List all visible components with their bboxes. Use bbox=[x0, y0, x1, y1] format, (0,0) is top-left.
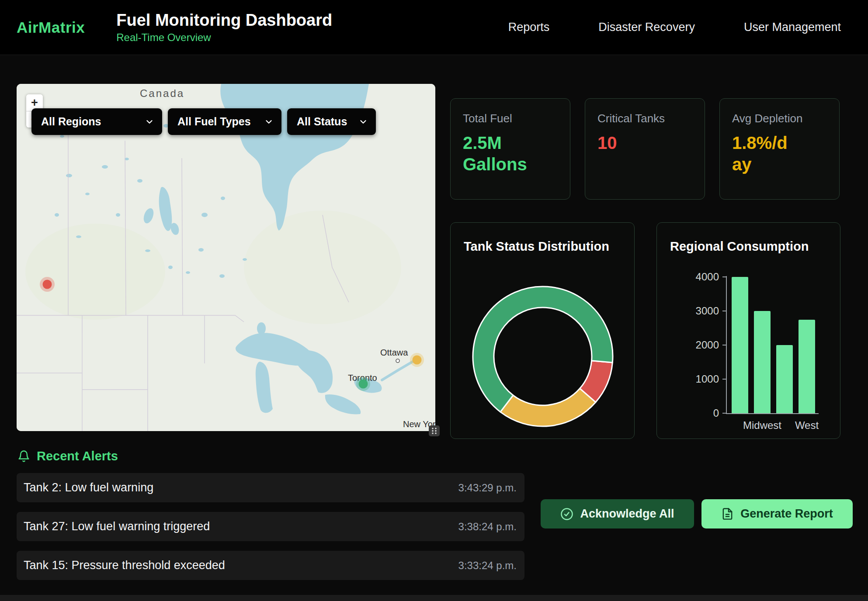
alert-message: Tank 27: Low fuel warning triggered bbox=[24, 520, 210, 533]
generate-report-button[interactable]: Generate Report bbox=[701, 499, 853, 528]
bottom-strip bbox=[0, 595, 868, 601]
stat-label: Avg Depletion bbox=[732, 112, 827, 125]
y-tick-mark bbox=[722, 345, 726, 345]
map-canvas[interactable]: Canada Ottawa Toronto New York + − bbox=[17, 84, 435, 431]
bell-icon bbox=[17, 450, 30, 463]
check-circle-icon bbox=[560, 508, 573, 521]
generate-report-label: Generate Report bbox=[740, 507, 833, 521]
region-filter-value: All Regions bbox=[41, 115, 101, 128]
y-tick-mark bbox=[722, 276, 726, 277]
y-tick-label: 0 bbox=[657, 407, 719, 419]
top-header: AirMatrix Fuel Monitoring Dashboard Real… bbox=[0, 0, 868, 55]
resize-grip-icon[interactable] bbox=[429, 425, 440, 436]
page-title: Fuel Monitoring Dashboard bbox=[116, 11, 332, 30]
y-tick-label: 1000 bbox=[657, 373, 719, 385]
status-filter-value: All Status bbox=[297, 115, 347, 128]
stat-value: 1.8%/day bbox=[732, 132, 788, 175]
stat-label: Critical Tanks bbox=[597, 112, 692, 125]
stat-label: Total Fuel bbox=[463, 112, 558, 125]
bar-2 bbox=[776, 345, 793, 413]
stat-value: 2.5M Gallons bbox=[463, 132, 558, 175]
bar-3 bbox=[799, 320, 815, 414]
fuel-type-filter-value: All Fuel Types bbox=[177, 115, 251, 128]
stat-card-avg-depletion: Avg Depletion 1.8%/day bbox=[719, 98, 840, 200]
tank-marker-normal[interactable] bbox=[356, 377, 370, 391]
alert-time: 3:33:24 p.m. bbox=[458, 560, 517, 572]
region-filter-select[interactable]: All Regions bbox=[31, 108, 162, 135]
tank-status-donut-chart bbox=[469, 282, 617, 431]
map-graphic: Canada Ottawa Toronto New York bbox=[17, 84, 435, 431]
alert-time: 3:43:29 p.m. bbox=[458, 482, 517, 494]
map-filter-bar: All Regions All Fuel Types All Status bbox=[31, 108, 376, 135]
donut-segment-warning bbox=[500, 388, 596, 426]
chevron-down-icon bbox=[264, 117, 274, 127]
tank-status-card: Tank Status Distribution bbox=[450, 222, 635, 439]
alert-message: Tank 15: Pressure threshold exceeded bbox=[24, 559, 225, 572]
regional-bar-chart: MidwestWest01000200030004000 bbox=[657, 223, 841, 439]
bar-xlabel-3: West bbox=[776, 419, 837, 432]
main-nav: Reports Disaster Recovery User Managemen… bbox=[508, 21, 868, 34]
brand-logo[interactable]: AirMatrix bbox=[17, 19, 85, 36]
chevron-down-icon bbox=[358, 117, 368, 127]
y-tick-mark bbox=[722, 379, 726, 380]
alert-time: 3:38:24 p.m. bbox=[458, 521, 517, 533]
title-block: Fuel Monitoring Dashboard Real-Time Over… bbox=[116, 11, 332, 44]
nav-user-management[interactable]: User Management bbox=[744, 21, 841, 34]
fuel-type-filter-select[interactable]: All Fuel Types bbox=[168, 108, 281, 135]
file-text-icon bbox=[721, 508, 734, 520]
tank-marker-warning[interactable] bbox=[410, 353, 424, 367]
status-filter-select[interactable]: All Status bbox=[287, 108, 376, 135]
y-tick-mark bbox=[722, 311, 726, 311]
alert-message: Tank 2: Low fuel warning bbox=[24, 481, 153, 494]
stat-card-critical-tanks: Critical Tanks 10 bbox=[585, 98, 705, 200]
x-axis-line bbox=[726, 413, 819, 414]
acknowledge-all-button[interactable]: Acknowledge All bbox=[541, 499, 694, 528]
regional-consumption-card: Regional Consumption MidwestWest01000200… bbox=[656, 222, 840, 439]
alerts-header: Recent Alerts bbox=[17, 449, 118, 463]
page-subtitle: Real-Time Overview bbox=[116, 31, 332, 44]
stat-value: 10 bbox=[597, 132, 692, 154]
y-tick-label: 3000 bbox=[657, 305, 719, 317]
chevron-down-icon bbox=[145, 117, 154, 127]
stat-card-total-fuel: Total Fuel 2.5M Gallons bbox=[450, 98, 570, 200]
map-label-canada: Canada bbox=[140, 87, 184, 99]
bar-1 bbox=[754, 311, 771, 413]
alert-row[interactable]: Tank 2: Low fuel warning 3:43:29 p.m. bbox=[17, 473, 524, 502]
y-tick-label: 4000 bbox=[657, 271, 719, 283]
bar-0 bbox=[732, 277, 748, 413]
nav-disaster-recovery[interactable]: Disaster Recovery bbox=[598, 21, 695, 34]
donut-chart-title: Tank Status Distribution bbox=[464, 239, 609, 254]
nav-reports[interactable]: Reports bbox=[508, 21, 550, 34]
alert-row[interactable]: Tank 15: Pressure threshold exceeded 3:3… bbox=[17, 551, 524, 580]
y-tick-mark bbox=[722, 413, 726, 414]
alerts-title: Recent Alerts bbox=[37, 449, 118, 463]
map-label-ottawa: Ottawa bbox=[380, 348, 408, 357]
ottawa-city-dot bbox=[396, 359, 399, 363]
tank-marker-critical[interactable] bbox=[40, 277, 55, 292]
right-column: Total Fuel 2.5M Gallons Critical Tanks 1… bbox=[450, 98, 840, 439]
acknowledge-all-label: Acknowledge All bbox=[580, 507, 674, 521]
app-root: AirMatrix Fuel Monitoring Dashboard Real… bbox=[0, 0, 868, 601]
alert-row[interactable]: Tank 27: Low fuel warning triggered 3:38… bbox=[17, 512, 524, 541]
stats-row: Total Fuel 2.5M Gallons Critical Tanks 1… bbox=[450, 98, 840, 200]
y-tick-label: 2000 bbox=[657, 339, 719, 351]
